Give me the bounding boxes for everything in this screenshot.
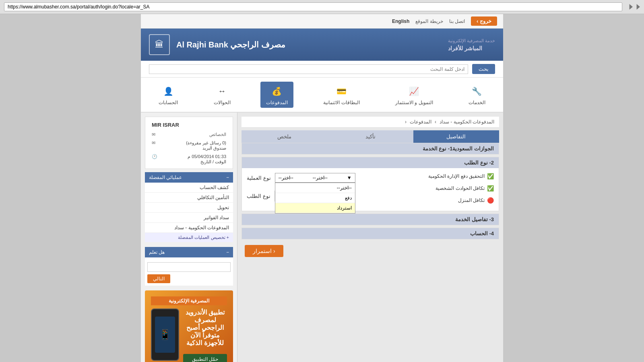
service-label-3: تكافل المنزل bbox=[458, 197, 485, 203]
user-info-section: MIR ISRAR الخصائص ✉ (0 رسائل غير مقروءة)… bbox=[145, 117, 233, 169]
finance-icon: 📈 bbox=[406, 84, 422, 98]
fav-ops-header: − عمليائي المفضلة bbox=[145, 172, 233, 183]
url-bar[interactable] bbox=[4, 2, 622, 11]
tab-details[interactable]: التفاصيل bbox=[413, 130, 499, 143]
customize-link[interactable]: + تخصيص العمليات المفضلة bbox=[145, 233, 233, 242]
section2-body: ✅ التحقيق دفع الإدارة الحكومية ✅ تكافل ا… bbox=[242, 168, 499, 211]
service-icon-1: ✅ bbox=[487, 173, 494, 179]
nav-transfers[interactable]: ↔ الحوالات bbox=[208, 82, 236, 108]
mail-icon: ✉ bbox=[152, 140, 155, 151]
nav-transfers-label: الحوالات bbox=[214, 100, 231, 105]
know-next-button[interactable]: التالي bbox=[147, 274, 170, 283]
fav-ops-minus[interactable]: − bbox=[226, 175, 229, 180]
user-name: MIR ISRAR bbox=[148, 119, 230, 130]
form-section-4: 4- الحساب bbox=[242, 228, 499, 239]
dropdown-option-0[interactable]: --اختر-- bbox=[275, 183, 355, 193]
top-navigation: خروج › اتصل بنا خريطة الموقع English bbox=[141, 14, 503, 29]
tab-summary[interactable]: ملخص bbox=[242, 130, 327, 143]
ad-header: المصرفية الإلكترونية bbox=[151, 296, 227, 305]
bank-name: مصرف الراجحي Al Rajhi Bank bbox=[176, 40, 285, 49]
operation-dropdown-container: ▼ --اختر-- --اختر-- --اختر-- دفع استرداد bbox=[275, 173, 355, 183]
know-section: − هل تعلم التالي bbox=[145, 247, 233, 286]
sidebar: MIR ISRAR الخصائص ✉ (0 رسائل غير مقروءة)… bbox=[141, 113, 237, 362]
ad-title: تطبيق الأندرويد لمصرف الراجحي أصبح متوفر… bbox=[183, 309, 227, 347]
contact-link[interactable]: اتصل بنا bbox=[449, 19, 465, 24]
breadcrumb-current: المدفوعات الحكومية - سداد bbox=[440, 119, 494, 125]
time-row: 01:33 05/04/2014 م الوقت / التاريخ 🕐 bbox=[148, 152, 230, 166]
navigation-menu: 🔧 الخدمات 📈 التمويل و الاستثمار 💳 البطاق… bbox=[141, 78, 503, 113]
inbox-label: الخصائص bbox=[209, 132, 226, 137]
form-section-1: الجوازات السعودية 1- نوع الخدمة bbox=[242, 143, 499, 154]
bank-header: خدمة المصرفية الإلكترونية المباشر للأفرا… bbox=[141, 29, 503, 61]
know-title: هل تعلم bbox=[149, 249, 165, 255]
nav-finance[interactable]: 📈 التمويل و الاستثمار bbox=[390, 82, 439, 108]
step-tabs: التفاصيل تأكيد ملخص bbox=[242, 130, 499, 143]
know-body: التالي bbox=[145, 257, 233, 286]
section4-header: 4- الحساب bbox=[242, 228, 499, 239]
phone-mockup: 📱 bbox=[151, 309, 179, 361]
time-icon: 🕐 bbox=[152, 154, 157, 165]
search-button[interactable]: بحث bbox=[472, 64, 495, 74]
dropdown-list: --اختر-- دفع استرداد bbox=[275, 183, 355, 214]
nav-accounts[interactable]: 👤 الحسابات bbox=[153, 82, 184, 108]
logout-button[interactable]: خروج › bbox=[471, 16, 497, 26]
fav-item-4[interactable]: المدفوعات الحكومية - سداد bbox=[145, 223, 233, 233]
continue-button[interactable]: ‹ استمرار bbox=[245, 245, 283, 257]
fav-item-0[interactable]: كشف الحساب bbox=[145, 183, 233, 193]
search-input[interactable] bbox=[149, 64, 468, 74]
nav-payments-label: المدفوعات bbox=[266, 100, 288, 105]
nav-cards[interactable]: 💳 البطاقات الائتمانية bbox=[318, 82, 365, 108]
breadcrumb-end: ‹ bbox=[405, 119, 407, 125]
cards-icon: 💳 bbox=[333, 84, 349, 98]
request-type-label: نوع الطلب bbox=[247, 193, 270, 199]
tab-confirm[interactable]: تأكيد bbox=[327, 130, 413, 143]
section2-header: 2- نوع الطلب bbox=[242, 157, 499, 168]
service-subtitle: خدمة المصرفية الإلكترونية bbox=[448, 38, 495, 43]
back-button[interactable] bbox=[634, 4, 640, 10]
ad-banner: المصرفية الإلكترونية تطبيق الأندرويد لمص… bbox=[145, 290, 233, 362]
forward-button[interactable] bbox=[627, 4, 633, 10]
bank-logo: 🏛 bbox=[149, 34, 170, 55]
dropdown-option-2[interactable]: استرداد bbox=[275, 203, 355, 213]
sitemap-link[interactable]: خريطة الموقع bbox=[415, 19, 443, 24]
service-item-1: ✅ التحقيق دفع الإدارة الحكومية bbox=[363, 173, 494, 179]
service-icon-3: 🔴 bbox=[487, 197, 494, 204]
fav-item-3[interactable]: سداد الفواتير bbox=[145, 213, 233, 223]
nav-payments[interactable]: 💰 المدفوعات bbox=[260, 82, 293, 108]
inbox-row: الخصائص ✉ bbox=[148, 130, 230, 139]
english-link[interactable]: English bbox=[392, 19, 409, 24]
accounts-icon: 👤 bbox=[160, 84, 176, 98]
know-input[interactable] bbox=[147, 262, 231, 272]
main-layout: المدفوعات الحكومية - سداد › المدفوعات ‹ … bbox=[141, 113, 503, 362]
nav-cards-label: البطاقات الائتمانية bbox=[323, 100, 359, 105]
inbox-icon: ✉ bbox=[152, 132, 155, 137]
nav-services[interactable]: 🔧 الخدمات bbox=[463, 82, 491, 108]
service-label-1: التحقيق دفع الإدارة الحكومية bbox=[428, 173, 485, 179]
breadcrumb-separator: › bbox=[435, 119, 436, 125]
breadcrumb: المدفوعات الحكومية - سداد › المدفوعات ‹ bbox=[242, 117, 499, 127]
breadcrumb-root: المدفوعات bbox=[410, 119, 431, 125]
mail-row: (0 رسائل غير مقروءة) صندوق البريد ✉ bbox=[148, 139, 230, 152]
fav-ops-list: كشف الحساب التأمين التكافلي تحويل سداد ا… bbox=[145, 183, 233, 233]
form-section-2: 2- نوع الطلب ✅ التحقيق دفع الإدارة الحكو… bbox=[242, 157, 499, 211]
transfers-icon: ↔ bbox=[214, 84, 230, 98]
nav-services-label: الخدمات bbox=[469, 100, 485, 105]
ad-download-button[interactable]: حمّل التطبيق الآن من بلاي ستور bbox=[183, 354, 227, 362]
fav-ops-section: − عمليائي المفضلة كشف الحساب التأمين الت… bbox=[145, 172, 233, 242]
know-header: − هل تعلم bbox=[145, 247, 233, 257]
dropdown-option-1[interactable]: دفع bbox=[275, 193, 355, 203]
operation-dropdown-selected[interactable]: ▼ --اختر-- --اختر-- bbox=[275, 173, 355, 183]
know-minus[interactable]: − bbox=[226, 249, 229, 255]
content-area: المدفوعات الحكومية - سداد › المدفوعات ‹ … bbox=[237, 113, 503, 362]
nav-accounts-label: الحسابات bbox=[159, 100, 178, 105]
action-bar: ‹ استمرار bbox=[242, 242, 499, 260]
fav-item-1[interactable]: التأمين التكافلي bbox=[145, 193, 233, 203]
fav-item-2[interactable]: تحويل bbox=[145, 203, 233, 213]
service-label-2: تكافل الحوادث الشخصية bbox=[436, 185, 485, 191]
operation-type-row: ▼ --اختر-- --اختر-- --اختر-- دفع استرداد bbox=[247, 173, 355, 183]
service-item-2: ✅ تكافل الحوادث الشخصية bbox=[363, 185, 494, 191]
search-bar: بحث bbox=[141, 61, 503, 78]
operation-type-label: نوع العملية bbox=[247, 175, 271, 181]
service-name: المباشر للأفراد bbox=[448, 45, 482, 51]
nav-finance-label: التمويل و الاستثمار bbox=[395, 100, 433, 105]
